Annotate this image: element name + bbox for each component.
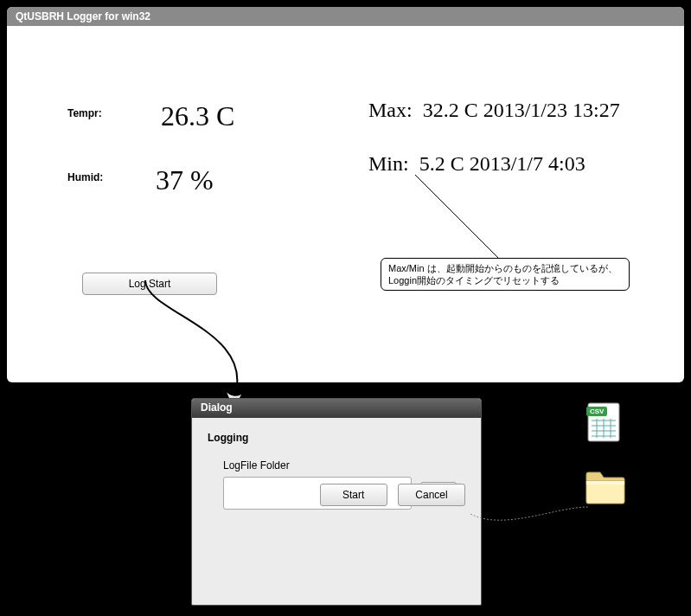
cancel-button[interactable]: Cancel [398,484,465,506]
min-label: Min: [368,152,409,175]
window-titlebar: QtUSBRH Logger for win32 [7,7,684,26]
humid-value: 37 % [156,164,214,196]
connector-to-folder [469,505,607,540]
main-window: QtUSBRH Logger for win32 Tempr: 26.3 C H… [7,7,684,382]
dialog-window: Dialog Logging LogFile Folder ... Start … [191,398,482,606]
max-stat: Max: 32.2 C 2013/1/23 13:27 [368,99,620,122]
max-value: 32.2 C 2013/1/23 13:27 [423,99,620,121]
svg-rect-11 [586,481,624,484]
logfile-folder-label: LogFile Folder [223,459,465,472]
tempr-value: 26.3 C [161,100,234,132]
min-value: 5.2 C 2013/1/7 4:03 [419,152,585,175]
humid-label: Humid: [67,171,103,183]
dialog-title: Dialog [201,401,233,414]
dialog-button-row: Start Cancel [313,484,465,506]
logging-group-label: Logging [208,432,465,444]
callout-box: Max/Min は、起動開始からのものを記憶しているが、 Loggin開始のタイ… [381,258,630,291]
callout-line1: Max/Min は、起動開始からのものを記憶しているが、 [388,262,622,274]
start-button[interactable]: Start [320,484,387,506]
svg-text:CSV: CSV [590,407,605,415]
log-start-button[interactable]: Log Start [82,273,217,295]
tempr-label: Tempr: [67,107,102,119]
csv-file-icon: CSV [586,401,621,443]
callout-line2: Loggin開始のタイミングでリセットする [388,274,622,286]
window-content: Tempr: 26.3 C Humid: 37 % Max: 32.2 C 20… [7,26,684,382]
dialog-titlebar: Dialog [192,399,481,418]
folder-icon [585,471,626,505]
dialog-body: Logging LogFile Folder ... Start Cancel [192,418,481,518]
window-title: QtUSBRH Logger for win32 [16,10,150,22]
callout-leader [413,173,517,268]
min-stat: Min: 5.2 C 2013/1/7 4:03 [368,152,585,176]
svg-line-0 [415,175,500,260]
max-label: Max: [368,99,413,121]
